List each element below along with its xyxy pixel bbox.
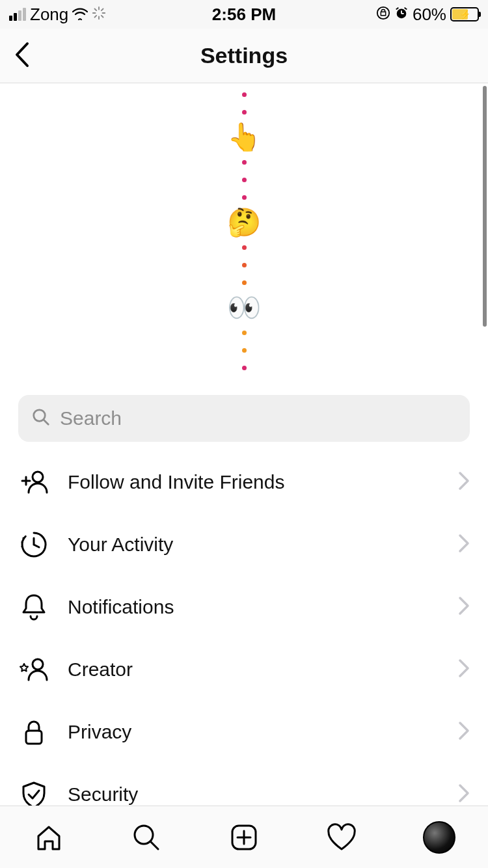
search-input[interactable]	[60, 407, 457, 429]
trail-dot	[242, 178, 247, 182]
svg-line-12	[396, 7, 399, 9]
svg-line-3	[102, 15, 103, 17]
settings-item-follow-invite[interactable]: Follow and Invite Friends	[18, 451, 470, 513]
settings-item-activity[interactable]: Your Activity	[18, 513, 470, 576]
emoji-trail: 👆 🤔 👀	[0, 83, 488, 390]
trail-dot	[242, 110, 247, 115]
chevron-right-icon	[458, 471, 470, 493]
avatar-icon	[423, 821, 455, 854]
signal-icon	[9, 8, 26, 21]
svg-point-21	[21, 545, 23, 547]
status-time: 2:56 PM	[212, 5, 276, 25]
settings-item-label: Privacy	[68, 721, 440, 743]
svg-point-22	[33, 659, 43, 670]
loading-spinner-icon	[92, 5, 106, 25]
trail-dot	[242, 160, 247, 165]
nav-header: Settings	[0, 29, 488, 83]
chevron-right-icon	[458, 534, 470, 556]
content-scroll[interactable]: 👆 🤔 👀 Follow and Invite Friends	[0, 83, 488, 806]
shield-check-icon	[18, 779, 49, 806]
tab-home[interactable]	[31, 819, 67, 856]
tab-create[interactable]	[226, 819, 262, 856]
settings-item-label: Notifications	[68, 596, 440, 618]
status-left: Zong	[9, 5, 106, 25]
svg-line-15	[44, 420, 49, 425]
trail-dot	[242, 348, 247, 353]
search-bar[interactable]	[18, 395, 470, 442]
svg-line-6	[95, 15, 97, 17]
chevron-right-icon	[458, 721, 470, 743]
svg-line-2	[95, 8, 97, 10]
settings-item-label: Security	[68, 783, 440, 806]
settings-list: Follow and Invite Friends Your Activity …	[0, 451, 488, 806]
chevron-right-icon	[458, 783, 470, 806]
settings-item-notifications[interactable]: Notifications	[18, 576, 470, 638]
chevron-right-icon	[458, 596, 470, 618]
settings-item-label: Creator	[68, 658, 440, 681]
emoji-thinking: 🤔	[227, 209, 261, 236]
scroll-indicator[interactable]	[483, 86, 487, 327]
svg-rect-23	[26, 731, 42, 744]
trail-dot	[242, 195, 247, 200]
svg-point-19	[22, 537, 24, 539]
add-user-icon	[18, 467, 49, 498]
orientation-lock-icon	[376, 5, 390, 25]
battery-icon: ⚡	[450, 7, 479, 21]
settings-item-privacy[interactable]: Privacy	[18, 701, 470, 763]
settings-item-creator[interactable]: Creator	[18, 638, 470, 701]
emoji-eyes: 👀	[227, 294, 261, 321]
status-bar: Zong 2:56 PM 60% ⚡	[0, 0, 488, 29]
star-user-icon	[18, 654, 49, 685]
svg-line-28	[150, 841, 158, 849]
settings-item-security[interactable]: Security	[18, 763, 470, 806]
tab-profile[interactable]	[421, 819, 457, 856]
settings-item-label: Follow and Invite Friends	[68, 471, 440, 493]
wifi-icon	[72, 5, 88, 25]
status-right: 60% ⚡	[376, 5, 479, 25]
svg-point-8	[377, 7, 389, 18]
settings-item-label: Your Activity	[68, 534, 440, 556]
lock-icon	[18, 716, 49, 748]
svg-point-20	[21, 541, 23, 543]
activity-clock-icon	[18, 529, 49, 560]
tab-activity[interactable]	[323, 819, 360, 856]
svg-line-7	[102, 8, 103, 10]
trail-dot	[242, 92, 247, 97]
search-icon	[31, 407, 51, 429]
bell-icon	[18, 591, 49, 623]
emoji-point-up: 👆	[227, 124, 261, 151]
svg-point-16	[33, 472, 43, 482]
tab-bar	[0, 806, 488, 868]
trail-dot	[242, 366, 247, 370]
trail-dot	[242, 263, 247, 267]
trail-dot	[242, 245, 247, 250]
carrier-label: Zong	[30, 5, 68, 25]
alarm-icon	[394, 5, 409, 25]
page-title: Settings	[200, 43, 288, 68]
trail-dot	[242, 280, 247, 285]
tab-search[interactable]	[128, 819, 165, 856]
back-button[interactable]	[13, 41, 31, 71]
chevron-right-icon	[458, 658, 470, 681]
svg-line-13	[405, 7, 407, 9]
battery-percent: 60%	[413, 5, 446, 25]
trail-dot	[242, 331, 247, 335]
